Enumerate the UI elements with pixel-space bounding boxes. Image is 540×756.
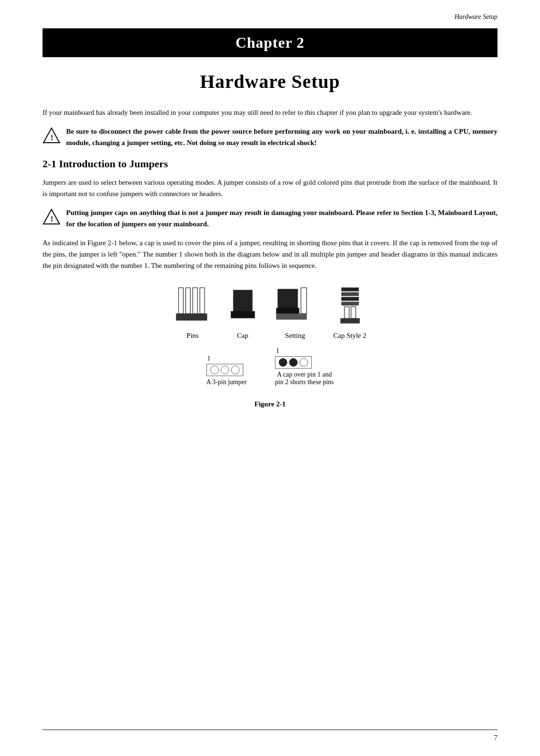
figure-bottom-row: 1 A 3-pin jumper 1 A cap over pin 1 and … [43, 347, 497, 386]
chapter-banner: Chapter 2 [43, 28, 497, 57]
three-pin-open-row [206, 364, 243, 376]
svg-rect-19 [344, 307, 349, 318]
three-pin-label: A 3-pin jumper [206, 378, 247, 386]
page-title: Hardware Setup [43, 70, 497, 93]
pins-diagram-svg [174, 285, 212, 328]
pin-2-open [221, 366, 229, 374]
cap-pin-group: 1 A cap over pin 1 and pin 2 shorts thes… [275, 347, 334, 386]
pins-label: Pins [187, 332, 199, 340]
svg-rect-8 [176, 314, 207, 320]
chapter-title: Chapter 2 [235, 34, 304, 51]
svg-rect-4 [179, 288, 183, 314]
svg-rect-12 [301, 288, 307, 314]
cap-label: Cap [237, 332, 248, 340]
capstyle2-label: Cap Style 2 [334, 332, 367, 340]
svg-rect-5 [186, 288, 190, 314]
svg-rect-20 [351, 307, 356, 318]
setting-label: Setting [285, 332, 305, 340]
header-label: Hardware Setup [454, 13, 497, 21]
svg-text:!: ! [51, 215, 53, 223]
warning-box-1: ! Be sure to disconnect the power cable … [43, 126, 497, 148]
three-pin-jumper-group: 1 A 3-pin jumper [206, 355, 247, 386]
svg-text:!: ! [51, 133, 53, 142]
svg-rect-7 [200, 288, 205, 314]
warning-icon-1: ! [43, 127, 60, 145]
svg-rect-15 [342, 288, 359, 291]
capstyle2-diagram-svg [336, 285, 364, 328]
pin-2-filled [289, 358, 298, 367]
cap-over-pin-row [275, 356, 312, 369]
capstyle2-figure: Cap Style 2 [334, 285, 367, 340]
pin-3-open-2 [300, 358, 308, 367]
pin-1-open [210, 366, 219, 374]
jumpers-paragraph-1: Jumpers are used to select between vario… [43, 177, 497, 199]
svg-rect-17 [342, 297, 359, 301]
svg-rect-10 [231, 311, 255, 318]
svg-rect-18 [342, 302, 359, 305]
footer-page-number: 7 [494, 734, 498, 742]
warning-text-2: Putting jumper caps on anything that is … [66, 207, 497, 230]
svg-rect-11 [278, 289, 298, 308]
setting-diagram-svg [274, 285, 317, 328]
warning-text-1: Be sure to disconnect the power cable fr… [66, 126, 497, 148]
footer-line [43, 730, 497, 730]
figure-caption: Figure 2-1 [43, 400, 497, 408]
cap-diagram-svg [229, 285, 257, 328]
pin-number-1: 1 [207, 355, 211, 362]
warning-box-2: ! Putting jumper caps on anything that i… [43, 207, 497, 230]
svg-rect-9 [233, 290, 252, 311]
jumpers-paragraph-2: As indicated in Figure 2-1 below, a cap … [43, 237, 497, 271]
page: Hardware Setup Chapter 2 Hardware Setup … [0, 0, 540, 756]
svg-rect-16 [342, 292, 359, 296]
section-heading: 2-1 Introduction to Jumpers [43, 158, 497, 170]
pin-1-filled [279, 358, 287, 367]
svg-rect-14 [276, 314, 307, 319]
pins-figure: Pins [174, 285, 212, 340]
cap-pin-label: A cap over pin 1 and pin 2 shorts these … [275, 371, 334, 386]
figure-top-row: Pins Cap Setting [43, 285, 497, 340]
cap-figure: Cap [229, 285, 257, 340]
svg-rect-6 [193, 288, 197, 314]
intro-paragraph: If your mainboard has already been insta… [43, 107, 497, 118]
pin-3-open [231, 366, 240, 374]
warning-icon-2: ! [43, 208, 60, 226]
pin-number-2: 1 [276, 347, 279, 355]
setting-figure: Setting [274, 285, 317, 340]
svg-rect-21 [341, 318, 360, 323]
svg-rect-13 [276, 308, 299, 314]
